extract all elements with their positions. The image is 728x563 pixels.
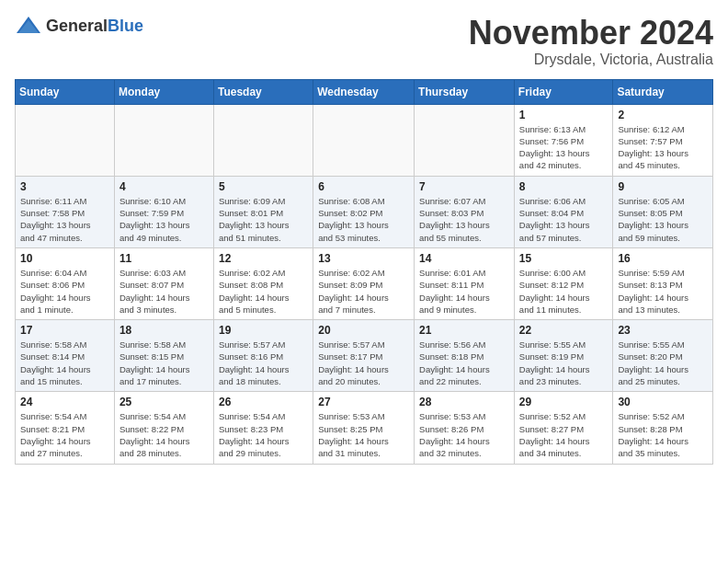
day-number: 9: [618, 180, 708, 193]
logo-blue: Blue: [108, 17, 143, 36]
calendar-cell: 19Sunrise: 5:57 AM Sunset: 8:16 PM Dayli…: [213, 320, 313, 392]
day-info: Sunrise: 6:07 AM Sunset: 8:03 PM Dayligh…: [419, 195, 509, 244]
day-info: Sunrise: 6:03 AM Sunset: 8:07 PM Dayligh…: [119, 267, 209, 316]
calendar-cell: [415, 104, 515, 176]
day-number: 26: [219, 396, 308, 408]
logo-icon: [15, 15, 42, 37]
weekday-header-thursday: Thursday: [415, 79, 515, 104]
location-subtitle: Drysdale, Victoria, Australia: [469, 52, 713, 68]
calendar-week-5: 24Sunrise: 5:54 AM Sunset: 8:21 PM Dayli…: [16, 392, 713, 464]
weekday-header-friday: Friday: [514, 79, 613, 104]
day-number: 3: [20, 180, 109, 193]
day-number: 23: [618, 324, 708, 337]
calendar-week-2: 3Sunrise: 6:11 AM Sunset: 7:58 PM Daylig…: [16, 176, 713, 247]
day-info: Sunrise: 5:55 AM Sunset: 8:19 PM Dayligh…: [519, 339, 609, 387]
day-info: Sunrise: 5:53 AM Sunset: 8:26 PM Dayligh…: [419, 410, 509, 459]
calendar-cell: 7Sunrise: 6:07 AM Sunset: 8:03 PM Daylig…: [415, 176, 515, 247]
weekday-header-saturday: Saturday: [613, 79, 713, 104]
day-number: 19: [219, 324, 308, 337]
day-info: Sunrise: 6:09 AM Sunset: 8:01 PM Dayligh…: [219, 195, 308, 244]
calendar-cell: 14Sunrise: 6:01 AM Sunset: 8:11 PM Dayli…: [415, 247, 515, 319]
day-info: Sunrise: 6:08 AM Sunset: 8:02 PM Dayligh…: [318, 195, 409, 244]
calendar-cell: 16Sunrise: 5:59 AM Sunset: 8:13 PM Dayli…: [613, 247, 713, 319]
day-number: 10: [20, 252, 109, 265]
day-number: 2: [618, 109, 708, 121]
calendar-cell: 24Sunrise: 5:54 AM Sunset: 8:21 PM Dayli…: [16, 392, 115, 464]
calendar-cell: [114, 104, 213, 176]
day-number: 13: [318, 252, 409, 265]
month-title: November 2024: [469, 15, 713, 52]
day-info: Sunrise: 5:52 AM Sunset: 8:28 PM Dayligh…: [618, 410, 708, 459]
day-number: 27: [318, 396, 409, 408]
day-number: 14: [419, 252, 509, 265]
calendar-week-3: 10Sunrise: 6:04 AM Sunset: 8:06 PM Dayli…: [16, 247, 713, 319]
calendar-week-1: 1Sunrise: 6:13 AM Sunset: 7:56 PM Daylig…: [16, 104, 713, 176]
weekday-header-sunday: Sunday: [16, 79, 115, 104]
day-info: Sunrise: 5:52 AM Sunset: 8:27 PM Dayligh…: [519, 410, 609, 459]
day-number: 15: [519, 252, 609, 265]
day-info: Sunrise: 5:57 AM Sunset: 8:17 PM Dayligh…: [318, 339, 409, 387]
day-number: 5: [219, 180, 308, 193]
day-number: 12: [219, 252, 308, 265]
day-info: Sunrise: 6:01 AM Sunset: 8:11 PM Dayligh…: [419, 267, 509, 316]
day-number: 1: [519, 109, 609, 121]
calendar-table: SundayMondayTuesdayWednesdayThursdayFrid…: [15, 79, 713, 465]
day-info: Sunrise: 5:54 AM Sunset: 8:23 PM Dayligh…: [219, 410, 308, 459]
calendar-cell: [16, 104, 115, 176]
day-info: Sunrise: 5:54 AM Sunset: 8:22 PM Dayligh…: [119, 410, 209, 459]
calendar-cell: 29Sunrise: 5:52 AM Sunset: 8:27 PM Dayli…: [514, 392, 613, 464]
logo-general: General: [46, 17, 108, 36]
day-info: Sunrise: 5:55 AM Sunset: 8:20 PM Dayligh…: [618, 339, 708, 387]
calendar-cell: 8Sunrise: 6:06 AM Sunset: 8:04 PM Daylig…: [514, 176, 613, 247]
page-header: General Blue November 2024 Drysdale, Vic…: [15, 15, 713, 68]
day-number: 29: [519, 396, 609, 408]
day-info: Sunrise: 6:11 AM Sunset: 7:58 PM Dayligh…: [20, 195, 109, 244]
calendar-cell: 18Sunrise: 5:58 AM Sunset: 8:15 PM Dayli…: [114, 320, 213, 392]
day-info: Sunrise: 5:53 AM Sunset: 8:25 PM Dayligh…: [318, 410, 409, 459]
day-info: Sunrise: 6:06 AM Sunset: 8:04 PM Dayligh…: [519, 195, 609, 244]
day-info: Sunrise: 5:57 AM Sunset: 8:16 PM Dayligh…: [219, 339, 308, 387]
day-info: Sunrise: 6:05 AM Sunset: 8:05 PM Dayligh…: [618, 195, 708, 244]
calendar-cell: [213, 104, 313, 176]
day-info: Sunrise: 6:13 AM Sunset: 7:56 PM Dayligh…: [519, 123, 609, 172]
day-info: Sunrise: 5:56 AM Sunset: 8:18 PM Dayligh…: [419, 339, 509, 387]
day-number: 7: [419, 180, 509, 193]
calendar-cell: 21Sunrise: 5:56 AM Sunset: 8:18 PM Dayli…: [415, 320, 515, 392]
title-area: November 2024 Drysdale, Victoria, Austra…: [469, 15, 713, 68]
day-number: 25: [119, 396, 209, 408]
calendar-cell: 6Sunrise: 6:08 AM Sunset: 8:02 PM Daylig…: [313, 176, 415, 247]
day-info: Sunrise: 6:12 AM Sunset: 7:57 PM Dayligh…: [618, 123, 708, 172]
calendar-cell: 3Sunrise: 6:11 AM Sunset: 7:58 PM Daylig…: [16, 176, 115, 247]
logo: General Blue: [15, 15, 143, 37]
day-number: 24: [20, 396, 109, 408]
calendar-cell: 17Sunrise: 5:58 AM Sunset: 8:14 PM Dayli…: [16, 320, 115, 392]
day-info: Sunrise: 6:02 AM Sunset: 8:09 PM Dayligh…: [318, 267, 409, 316]
day-info: Sunrise: 5:58 AM Sunset: 8:14 PM Dayligh…: [20, 339, 109, 387]
day-number: 4: [119, 180, 209, 193]
day-number: 6: [318, 180, 409, 193]
weekday-header-row: SundayMondayTuesdayWednesdayThursdayFrid…: [16, 79, 713, 104]
day-number: 11: [119, 252, 209, 265]
day-info: Sunrise: 5:54 AM Sunset: 8:21 PM Dayligh…: [20, 410, 109, 459]
day-number: 16: [618, 252, 708, 265]
calendar-week-4: 17Sunrise: 5:58 AM Sunset: 8:14 PM Dayli…: [16, 320, 713, 392]
day-info: Sunrise: 6:02 AM Sunset: 8:08 PM Dayligh…: [219, 267, 308, 316]
weekday-header-monday: Monday: [114, 79, 213, 104]
calendar-cell: 13Sunrise: 6:02 AM Sunset: 8:09 PM Dayli…: [313, 247, 415, 319]
day-info: Sunrise: 5:58 AM Sunset: 8:15 PM Dayligh…: [119, 339, 209, 387]
day-info: Sunrise: 6:10 AM Sunset: 7:59 PM Dayligh…: [119, 195, 209, 244]
day-number: 30: [618, 396, 708, 408]
calendar-cell: 26Sunrise: 5:54 AM Sunset: 8:23 PM Dayli…: [213, 392, 313, 464]
calendar-cell: 4Sunrise: 6:10 AM Sunset: 7:59 PM Daylig…: [114, 176, 213, 247]
calendar-cell: 5Sunrise: 6:09 AM Sunset: 8:01 PM Daylig…: [213, 176, 313, 247]
weekday-header-wednesday: Wednesday: [313, 79, 415, 104]
calendar-cell: 1Sunrise: 6:13 AM Sunset: 7:56 PM Daylig…: [514, 104, 613, 176]
calendar-cell: 11Sunrise: 6:03 AM Sunset: 8:07 PM Dayli…: [114, 247, 213, 319]
day-info: Sunrise: 6:00 AM Sunset: 8:12 PM Dayligh…: [519, 267, 609, 316]
calendar-cell: 28Sunrise: 5:53 AM Sunset: 8:26 PM Dayli…: [415, 392, 515, 464]
calendar-cell: 25Sunrise: 5:54 AM Sunset: 8:22 PM Dayli…: [114, 392, 213, 464]
calendar-cell: 27Sunrise: 5:53 AM Sunset: 8:25 PM Dayli…: [313, 392, 415, 464]
weekday-header-tuesday: Tuesday: [213, 79, 313, 104]
day-number: 22: [519, 324, 609, 337]
calendar-cell: 10Sunrise: 6:04 AM Sunset: 8:06 PM Dayli…: [16, 247, 115, 319]
